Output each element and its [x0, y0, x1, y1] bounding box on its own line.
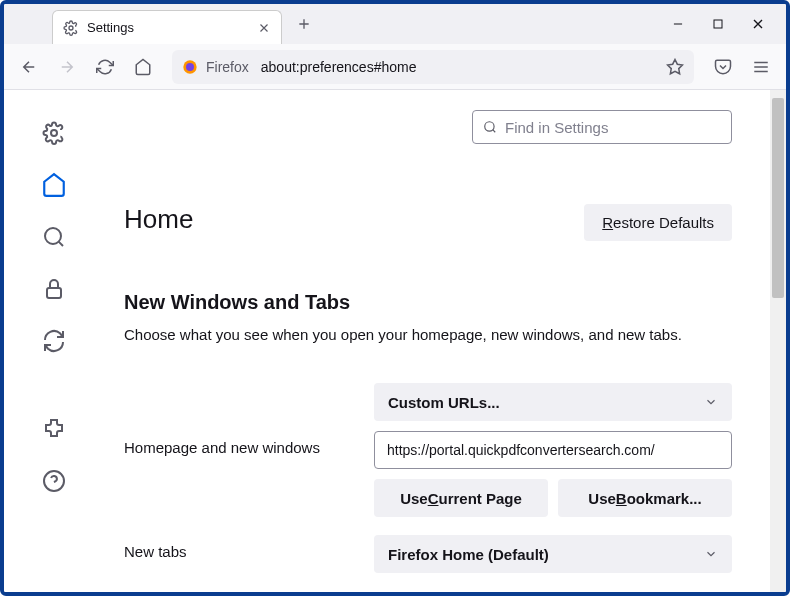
tab-title: Settings [87, 20, 257, 35]
sidebar-help[interactable] [41, 468, 67, 494]
minimize-button[interactable] [668, 14, 688, 34]
forward-button[interactable] [52, 52, 82, 82]
use-current-page-button[interactable]: Use Current Page [374, 479, 548, 517]
gear-icon [63, 20, 79, 36]
content: Find in Settings Home Restore Defaults N… [4, 90, 786, 592]
browser-tab[interactable]: Settings [52, 10, 282, 44]
newtabs-select[interactable]: Firefox Home (Default) [374, 535, 732, 573]
scrollbar[interactable] [770, 90, 786, 592]
sidebar [4, 90, 104, 592]
use-bookmark-button[interactable]: Use Bookmark... [558, 479, 732, 517]
sidebar-extensions[interactable] [41, 416, 67, 442]
titlebar: Settings [4, 4, 786, 44]
sidebar-privacy[interactable] [41, 276, 67, 302]
window-controls [668, 14, 778, 34]
firefox-icon [182, 59, 198, 75]
search-placeholder: Find in Settings [505, 119, 608, 136]
svg-point-9 [485, 122, 494, 131]
reload-button[interactable] [90, 52, 120, 82]
maximize-button[interactable] [708, 14, 728, 34]
homepage-url-input[interactable]: https://portal.quickpdfconvertersearch.c… [374, 431, 732, 469]
addrbar-url: about:preferences#home [261, 59, 666, 75]
main-panel: Find in Settings Home Restore Defaults N… [104, 90, 786, 592]
section-desc: Choose what you see when you open your h… [124, 324, 732, 345]
homepage-label: Homepage and new windows [124, 383, 354, 456]
chevron-down-icon [704, 547, 718, 561]
sidebar-search[interactable] [41, 224, 67, 250]
addrbar-prefix: Firefox [206, 59, 249, 75]
restore-defaults-button[interactable]: Restore Defaults [584, 204, 732, 241]
bookmark-star-icon[interactable] [666, 58, 684, 76]
sidebar-home[interactable] [41, 172, 67, 198]
section-title: New Windows and Tabs [124, 291, 732, 314]
menu-button[interactable] [746, 52, 776, 82]
svg-rect-7 [47, 288, 61, 298]
homepage-select[interactable]: Custom URLs... [374, 383, 732, 421]
chevron-down-icon [704, 395, 718, 409]
svg-rect-1 [714, 20, 722, 28]
sidebar-general[interactable] [41, 120, 67, 146]
svg-point-5 [51, 130, 57, 136]
close-icon[interactable] [257, 21, 271, 35]
search-icon [483, 120, 497, 134]
close-button[interactable] [748, 14, 768, 34]
scrollbar-thumb[interactable] [772, 98, 784, 298]
address-bar[interactable]: Firefox about:preferences#home [172, 50, 694, 84]
svg-marker-4 [668, 59, 683, 73]
newtabs-label: New tabs [124, 535, 354, 560]
home-button[interactable] [128, 52, 158, 82]
svg-point-0 [69, 26, 73, 30]
new-tab-button[interactable] [290, 10, 318, 38]
settings-search[interactable]: Find in Settings [472, 110, 732, 144]
svg-point-6 [45, 228, 61, 244]
pocket-button[interactable] [708, 52, 738, 82]
back-button[interactable] [14, 52, 44, 82]
sidebar-sync[interactable] [41, 328, 67, 354]
page-title: Home [124, 204, 584, 235]
svg-point-3 [186, 63, 194, 71]
toolbar: Firefox about:preferences#home [4, 44, 786, 90]
